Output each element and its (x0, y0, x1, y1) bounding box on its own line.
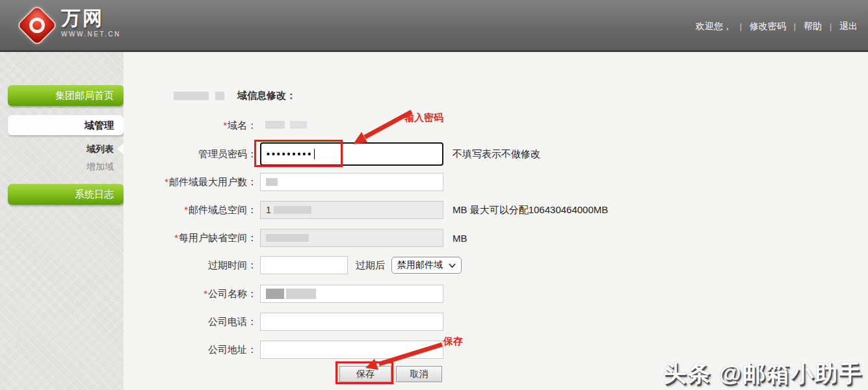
brand-site-url: WWW.NET.CN (61, 31, 121, 38)
brand-text-block: 万网 WWW.NET.CN (61, 8, 121, 38)
page-title-row: 域信息修改： (174, 90, 296, 102)
form-row-company-name: *公司名称： (124, 285, 868, 303)
form-row-expire-time: 过期时间： 过期后 禁用邮件域 (124, 256, 868, 274)
field-label: *公司名称： (124, 288, 257, 300)
after-expire-select[interactable]: 禁用邮件域 (391, 257, 462, 274)
sidebar-item-group-mail-home[interactable]: 集团邮局首页 (8, 85, 124, 106)
required-asterisk: * (164, 176, 168, 187)
redacted-value (290, 121, 307, 129)
total-space-value-prefix: 1 (266, 205, 271, 215)
required-asterisk: * (204, 288, 207, 299)
page-title: 域信息修改： (237, 90, 296, 102)
main-content: 域信息修改： *域名： 管理员密码： ••••••••• 不填写表示不做修改 *… (124, 52, 868, 390)
max-users-input[interactable] (260, 173, 443, 191)
sidebar-item-domain-management[interactable]: 域管理 (8, 115, 124, 135)
form-row-company-address: 公司地址： (124, 341, 868, 359)
redacted-value (265, 121, 285, 129)
wanwang-logo[interactable]: 万网 WWW.NET.CN (18, 5, 121, 40)
sidebar-item-add-domain[interactable]: 增加域 (0, 161, 124, 173)
company-name-input[interactable] (260, 285, 443, 303)
redacted-value (286, 289, 316, 299)
required-asterisk: * (184, 204, 188, 215)
redacted-value (215, 92, 224, 100)
select-value: 禁用邮件域 (397, 259, 443, 271)
separator: | (794, 22, 796, 31)
watermark: 头条 @邮箱小助手 (663, 358, 863, 389)
form-row-total-space: *邮件域总空间： 1 MB 最大可以分配106430464000MB (124, 201, 868, 219)
form-row-max-users: *邮件域最大用户数： (124, 173, 868, 191)
separator: | (740, 22, 742, 31)
domain-name-value (265, 120, 307, 131)
logout-link[interactable]: 退出 (839, 21, 858, 32)
redacted-value (274, 206, 311, 214)
expire-time-input[interactable] (260, 256, 348, 274)
separator: | (830, 22, 832, 31)
logo-ring-icon (26, 14, 48, 36)
chevron-down-icon (449, 263, 456, 268)
redacted-value (174, 92, 209, 100)
form-row-admin-password: 管理员密码： ••••••••• 不填写表示不做修改 (124, 142, 868, 166)
welcome-text: 欢迎您， (696, 21, 732, 32)
default-space-input (260, 229, 443, 247)
field-label-text: 公司电话： (208, 316, 257, 327)
field-label: 过期时间： (124, 259, 257, 272)
field-label-text: 域名： (228, 120, 257, 131)
field-label: *域名： (124, 120, 257, 132)
field-label-text: 管理员密码： (198, 148, 257, 159)
redacted-value (266, 289, 284, 299)
wanwang-logo-icon (16, 4, 58, 46)
change-password-link[interactable]: 修改密码 (750, 21, 786, 32)
company-phone-input[interactable] (260, 313, 443, 331)
annotation-arrow-save (359, 341, 447, 372)
required-asterisk: * (223, 120, 227, 131)
redacted-value (266, 234, 309, 242)
after-expire-label: 过期后 (356, 259, 385, 272)
field-label: *邮件域总空间： (124, 204, 257, 216)
sidebar: 集团邮局首页 域管理 域列表 增加域 系统日志 (0, 52, 124, 390)
redacted-value (266, 178, 278, 186)
field-note: 不填写表示不做修改 (453, 148, 540, 161)
required-asterisk: * (174, 232, 178, 243)
top-header: 万网 WWW.NET.CN 欢迎您， | 修改密码 | 帮助 | 退出 (0, 0, 868, 52)
field-label-text: 公司地址： (208, 344, 257, 355)
field-label-text: 公司名称： (208, 288, 257, 299)
field-label: *每用户缺省空间： (124, 232, 257, 244)
form-row-company-phone: 公司电话： (124, 313, 868, 331)
field-label-text: 每用户缺省空间： (179, 232, 257, 243)
sidebar-item-domain-list[interactable]: 域列表 (0, 144, 124, 155)
field-label: 公司电话： (124, 316, 257, 328)
highlight-box-password (254, 140, 343, 167)
header-links: 欢迎您， | 修改密码 | 帮助 | 退出 (696, 21, 858, 32)
field-label: 公司地址： (124, 344, 257, 356)
annotation-enter-password: 输入密码 (404, 112, 443, 124)
field-note: MB (453, 233, 467, 244)
field-note: MB 最大可以分配106430464000MB (453, 204, 608, 216)
total-space-input: 1 (260, 201, 443, 219)
form-row-default-space: *每用户缺省空间： MB (124, 229, 868, 247)
form-row-domain-name: *域名： (124, 119, 868, 132)
help-link[interactable]: 帮助 (804, 21, 822, 32)
active-item-arrow-icon (117, 143, 124, 155)
field-label: 管理员密码： (124, 148, 257, 161)
brand-name: 万网 (61, 8, 121, 28)
field-label: *邮件域最大用户数： (124, 176, 257, 188)
field-label-text: 过期时间： (208, 259, 257, 270)
field-label-text: 邮件域最大用户数： (169, 176, 257, 187)
annotation-save: 保存 (443, 335, 463, 348)
sidebar-item-system-log[interactable]: 系统日志 (8, 184, 124, 205)
field-label-text: 邮件域总空间： (189, 204, 257, 215)
